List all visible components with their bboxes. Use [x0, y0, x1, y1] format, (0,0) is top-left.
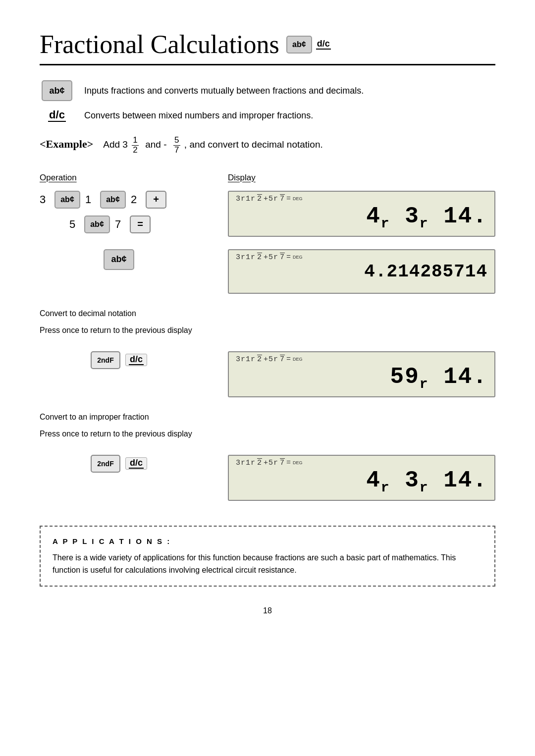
- display-3-main: 59r 14.: [236, 365, 487, 392]
- example-text3: , and convert to decimal notation.: [184, 139, 323, 150]
- step-4-row: 2ndF d/c 3r1r2+5r7=DEG 4r 3r 14.: [40, 455, 495, 501]
- num-5: 5: [69, 218, 79, 231]
- applications-title: A P P L I C A T I O N S :: [53, 536, 482, 547]
- display-3: 3r1r2+5r7=DEG 59r 14.: [228, 351, 495, 397]
- dc-description: Converts between mixed numbers and impro…: [84, 110, 313, 121]
- step-4-key-row: 2ndF d/c: [91, 455, 147, 473]
- dc-key-step3: d/c: [125, 354, 147, 367]
- step-2-right: 3r1r2+5r7=DEG 4.214285714: [228, 249, 495, 294]
- equals-key: =: [130, 216, 151, 233]
- applications-text: There is a wide variety of applications …: [53, 551, 482, 577]
- step-2-row: ab¢ 3r1r2+5r7=DEG 4.214285714: [40, 249, 495, 294]
- fraction-1: 1 2: [132, 136, 138, 155]
- step-3-key-row: 2ndF d/c: [91, 351, 147, 369]
- description-section: ab¢ Inputs fractions and converts mutual…: [40, 80, 495, 122]
- display-4: 3r1r2+5r7=DEG 4r 3r 14.: [228, 455, 495, 501]
- plus-key: +: [146, 191, 166, 209]
- dc-key-title: d/c: [316, 39, 331, 50]
- abc-key-op2: ab¢: [100, 191, 126, 209]
- applications-box: A P P L I C A T I O N S : There is a wid…: [40, 526, 495, 587]
- step-3-desc: Convert to an improper fraction Press on…: [40, 411, 495, 440]
- step-4-right: 3r1r2+5r7=DEG 4r 3r 14.: [228, 455, 495, 501]
- display-1-top: 3r1r2+5r7=DEG: [236, 195, 487, 203]
- display-4-main: 4r 3r 14.: [236, 468, 487, 496]
- step-3-right: 3r1r2+5r7=DEG 59r 14.: [228, 351, 495, 397]
- display-1-main: 4r 3r 14.: [236, 204, 487, 232]
- fraction-2: 5 7: [173, 136, 180, 155]
- step-2-key-row: ab¢: [104, 249, 134, 270]
- op-row-2: 5 ab¢ 7 =: [40, 216, 198, 233]
- step-2-desc: Convert to decimal notation Press once t…: [40, 308, 495, 336]
- operation-column: Operation 3 ab¢ 1 ab¢ 2 + 5 ab¢ 7 =: [40, 173, 198, 240]
- num-2: 2: [131, 193, 141, 206]
- dc-key-step4: d/c: [125, 457, 147, 470]
- dc-key-wrap: d/c: [40, 109, 74, 122]
- step-3-desc1: Convert to an improper fraction: [40, 411, 495, 423]
- display-3-top: 3r1r2+5r7=DEG: [236, 355, 487, 364]
- frac2-numerator: 5: [173, 136, 180, 146]
- dc-label-step4: d/c: [129, 458, 144, 469]
- example-text2: and -: [145, 139, 166, 150]
- num-7: 7: [115, 218, 125, 231]
- display-2-main: 4.214285714: [236, 262, 487, 282]
- page-title-section: Fractional Calculations ab¢ d/c: [40, 30, 495, 65]
- step-3-left: 2ndF d/c: [40, 351, 198, 369]
- page-number: 18: [40, 606, 495, 615]
- num-1: 1: [85, 193, 95, 206]
- op-row-1: 3 ab¢ 1 ab¢ 2 +: [40, 191, 198, 209]
- dc-key-desc: d/c: [48, 109, 66, 122]
- step-3-desc2: Press once to return to the previous dis…: [40, 428, 495, 440]
- abc-key-step2: ab¢: [104, 249, 134, 270]
- 2ndf-key-step3: 2ndF: [91, 351, 120, 369]
- abc-key-desc: ab¢: [42, 80, 72, 101]
- 2ndf-key-step4: 2ndF: [91, 455, 120, 473]
- display-1: 3r1r2+5r7=DEG 4r 3r 14.: [228, 191, 495, 237]
- display-2-top: 3r1r2+5r7=DEG: [236, 253, 487, 262]
- display-2: 3r1r2+5r7=DEG 4.214285714: [228, 249, 495, 294]
- abc-key-op1: ab¢: [54, 191, 80, 209]
- step-2-desc1: Convert to decimal notation: [40, 308, 495, 320]
- title-keys: ab¢ d/c: [286, 36, 331, 54]
- abc-description: Inputs fractions and converts mutually b…: [84, 86, 364, 96]
- dc-label-step3: d/c: [129, 355, 144, 366]
- operation-header: Operation: [40, 173, 198, 183]
- step-4-left: 2ndF d/c: [40, 455, 198, 473]
- display-column: Display 3r1r2+5r7=DEG 4r 3r 14.: [228, 173, 495, 237]
- desc-row-abc: ab¢ Inputs fractions and converts mutual…: [40, 80, 495, 101]
- num-3: 3: [40, 193, 50, 206]
- page-title: Fractional Calculations: [40, 30, 279, 59]
- example-label: <Example>: [40, 138, 93, 150]
- step-2-left: ab¢: [40, 249, 198, 270]
- display-4-top: 3r1r2+5r7=DEG: [236, 459, 487, 467]
- frac1-numerator: 1: [132, 136, 138, 146]
- display-header: Display: [228, 173, 495, 183]
- step-3-row: 2ndF d/c 3r1r2+5r7=DEG 59r 14.: [40, 351, 495, 397]
- step-2-desc2: Press once to return to the previous dis…: [40, 324, 495, 336]
- frac2-denominator: 7: [174, 146, 179, 155]
- abc-key-op3: ab¢: [84, 216, 110, 233]
- abc-key-wrap: ab¢: [40, 80, 74, 101]
- desc-row-dc: d/c Converts between mixed numbers and i…: [40, 109, 495, 122]
- frac1-denominator: 2: [133, 146, 137, 155]
- example-text1: Add 3: [103, 139, 128, 150]
- abc-key-title: ab¢: [286, 36, 312, 54]
- example-section: <Example> Add 3 1 2 and - 5 7 , and conv…: [40, 136, 495, 155]
